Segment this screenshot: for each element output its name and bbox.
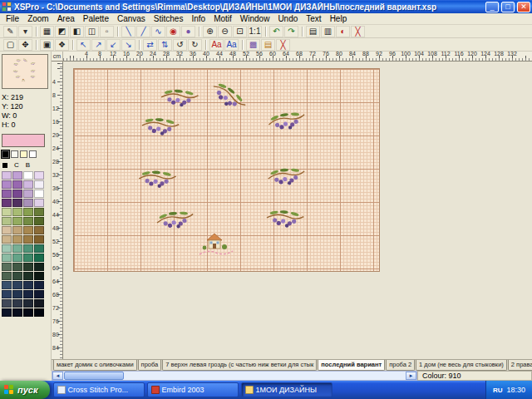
palette-swatch[interactable] [23, 254, 33, 262]
menu-item-undo[interactable]: Undo [273, 14, 302, 23]
scroll-left-button[interactable]: ◄ [52, 372, 63, 380]
undo-button[interactable]: ↶ [269, 26, 283, 37]
palette-swatch[interactable] [2, 171, 12, 180]
palette-swatch[interactable] [23, 308, 33, 317]
palette-swatch[interactable] [2, 180, 12, 189]
palette-swatch[interactable] [34, 272, 44, 280]
palette-swatch[interactable] [2, 235, 12, 244]
palette-swatch[interactable] [34, 208, 44, 216]
quick-swatch[interactable] [20, 150, 27, 158]
palette-swatch[interactable] [23, 244, 33, 253]
palette-swatch[interactable] [2, 263, 12, 271]
palette-button[interactable]: ▩ [246, 39, 260, 51]
palette-swatch[interactable] [34, 244, 44, 253]
palette-swatch[interactable] [12, 217, 22, 225]
palette-swatch[interactable] [23, 290, 33, 298]
palette-swatch[interactable] [12, 263, 22, 271]
straight-stitch-tool[interactable]: ╱ [136, 26, 150, 37]
palette-swatch[interactable] [12, 272, 22, 280]
menu-item-stitches[interactable]: Stitches [150, 14, 188, 23]
color-mode-button[interactable]: ◐ [336, 26, 350, 37]
palette-swatch[interactable] [23, 226, 33, 234]
palette-swatch[interactable] [34, 226, 44, 234]
quick-swatch[interactable] [11, 150, 18, 158]
palette-swatch[interactable] [23, 299, 33, 308]
palette-swatch[interactable] [2, 272, 12, 280]
stitch-grid[interactable] [73, 68, 380, 272]
palette-swatch[interactable] [2, 281, 12, 289]
design-tab-7[interactable]: 2 правая ниж гр... [508, 360, 532, 371]
palette-swatch[interactable] [34, 281, 44, 289]
bead-tool[interactable]: ● [181, 26, 195, 37]
menu-item-file[interactable]: File [2, 14, 23, 23]
palette-swatch[interactable] [23, 190, 33, 198]
start-button[interactable]: пуск [0, 381, 50, 399]
curve-stitch-tool[interactable]: ∿ [151, 26, 165, 37]
palette-swatch[interactable] [2, 226, 12, 234]
menu-item-area[interactable]: Area [53, 14, 79, 23]
scroll-track[interactable] [125, 372, 406, 380]
paste-motif-button[interactable]: ❖ [55, 39, 69, 51]
palette-swatch[interactable] [34, 263, 44, 271]
palette-swatch[interactable] [12, 180, 22, 189]
palette-swatch[interactable] [2, 217, 12, 225]
menu-item-window[interactable]: Window [236, 14, 274, 23]
palette-swatch[interactable] [12, 226, 22, 234]
palette-swatch[interactable] [12, 190, 22, 198]
quick-swatch[interactable] [2, 150, 9, 158]
palette-swatch[interactable] [34, 299, 44, 308]
palette-swatch[interactable] [12, 299, 22, 308]
palette-swatch[interactable] [23, 263, 33, 271]
minimize-button[interactable]: _ [485, 2, 499, 12]
maximize-button[interactable]: □ [501, 2, 515, 12]
thread-bar-button[interactable]: ▤ [261, 39, 275, 51]
palette-swatch[interactable] [34, 190, 44, 198]
scroll-thumb[interactable] [64, 372, 124, 380]
palette-swatch[interactable] [12, 208, 22, 216]
arrow-up-right-tool[interactable]: ↗ [91, 39, 106, 51]
palette-swatch[interactable] [2, 199, 12, 207]
palette-swatch[interactable] [12, 290, 22, 298]
ruler-toggle-button[interactable]: ▥ [321, 26, 335, 37]
text-tool-red[interactable]: Aa [209, 39, 224, 51]
grid-toggle-button[interactable]: ▤ [306, 26, 320, 37]
backstitch-tool[interactable]: ╲ [121, 26, 135, 37]
redo-button[interactable]: ↷ [284, 26, 298, 37]
close-button[interactable]: ✕ [517, 2, 530, 12]
palette-swatch[interactable] [23, 199, 33, 207]
rotate-left-button[interactable]: ↺ [173, 39, 187, 51]
full-stitch-tool[interactable]: ▦ [40, 26, 54, 37]
zoom-in-button[interactable]: ⊕ [203, 26, 217, 37]
design-tab-1[interactable]: макет домик с оливочками [53, 360, 137, 371]
design-tab-2[interactable]: проба [138, 360, 162, 371]
menu-item-canvas[interactable]: Canvas [113, 14, 150, 23]
palette-swatch[interactable] [34, 254, 44, 262]
palette-swatch[interactable] [2, 190, 12, 198]
design-tab-3[interactable]: 7 верхн левая гроздь (с частью ниж ветки… [162, 360, 317, 371]
palette-swatch[interactable] [23, 272, 33, 280]
select-rect-tool[interactable]: ▢ [3, 39, 17, 51]
half-stitch-tool[interactable]: ◩ [55, 26, 69, 37]
taskbar-button-3[interactable]: 1МОИ ДИЗАЙНЫ [241, 382, 332, 397]
palette-swatch[interactable] [2, 290, 12, 298]
menu-item-palette[interactable]: Palette [79, 14, 113, 23]
palette-swatch[interactable] [12, 171, 22, 180]
palette-swatch[interactable] [23, 208, 33, 216]
zoom-fit-button[interactable]: ⊡ [233, 26, 247, 37]
palette-swatch[interactable] [2, 244, 12, 253]
taskbar-button-2[interactable]: Embird 2003 [147, 382, 239, 397]
language-indicator[interactable]: RU [493, 387, 503, 394]
palette-swatch[interactable] [34, 217, 44, 225]
menu-item-info[interactable]: Info [187, 14, 209, 23]
design-tab-4[interactable]: последний вариант [318, 360, 385, 371]
palette-swatch[interactable] [23, 235, 33, 244]
arrow-up-left-tool[interactable]: ↖ [76, 39, 91, 51]
palette-swatch[interactable] [34, 199, 44, 207]
palette-swatch[interactable] [34, 290, 44, 298]
arrow-down-left-tool[interactable]: ↙ [106, 39, 121, 51]
palette-swatch[interactable] [34, 235, 44, 244]
pencil-tool[interactable]: ✎ [3, 26, 17, 37]
palette-swatch[interactable] [23, 171, 33, 180]
flip-horizontal-button[interactable]: ⇄ [143, 39, 157, 51]
palette-swatch[interactable] [12, 308, 22, 317]
